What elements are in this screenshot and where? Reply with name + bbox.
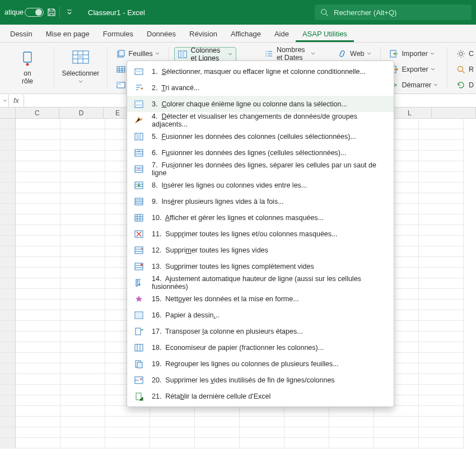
cell[interactable] xyxy=(374,406,419,417)
cell[interactable] xyxy=(419,374,464,385)
save-icon[interactable] xyxy=(47,8,56,17)
nombres-dates-button[interactable]: Nombres et Dates xyxy=(261,47,319,60)
cell[interactable] xyxy=(419,204,464,214)
cell[interactable] xyxy=(150,406,195,417)
menu-item-12[interactable]: 12. Supprimer toutes les lignes vides xyxy=(127,242,394,258)
cell[interactable] xyxy=(195,427,240,438)
options-c-button[interactable]: C xyxy=(453,47,474,60)
col-header[interactable] xyxy=(432,108,476,118)
cell[interactable] xyxy=(419,183,464,193)
row-header[interactable] xyxy=(0,374,16,385)
row-header[interactable] xyxy=(0,214,16,225)
cell[interactable] xyxy=(60,129,105,140)
row-header[interactable] xyxy=(0,268,16,278)
feuilles-button[interactable]: Feuilles xyxy=(113,47,163,60)
row-header[interactable] xyxy=(0,321,16,331)
cell[interactable] xyxy=(16,119,60,129)
cell[interactable] xyxy=(60,225,105,236)
cell[interactable] xyxy=(419,363,464,374)
menu-item-11[interactable]: 11. Supprimer toutes les lignes et/ou co… xyxy=(127,226,394,242)
cell[interactable] xyxy=(16,257,60,268)
qat-dropdown-icon[interactable] xyxy=(67,10,72,15)
cell[interactable] xyxy=(240,427,284,438)
cell[interactable] xyxy=(16,268,60,278)
cell[interactable] xyxy=(240,417,284,427)
menu-item-1[interactable]: 1. Sélectionner, masquer ou effacer lign… xyxy=(127,63,394,80)
cell[interactable] xyxy=(419,300,464,310)
cell[interactable] xyxy=(16,417,60,427)
row-header[interactable] xyxy=(0,427,16,438)
cell[interactable] xyxy=(60,278,105,289)
cell[interactable] xyxy=(60,257,105,268)
web-button[interactable]: Web xyxy=(334,47,374,60)
menu-item-21[interactable]: 21. Rétablir la dernière cellule d'Excel xyxy=(127,388,394,404)
cell[interactable] xyxy=(16,438,60,448)
cell[interactable] xyxy=(16,183,60,193)
cell[interactable] xyxy=(195,417,240,427)
menu-item-15[interactable]: 15. Nettoyer les données et la mise en f… xyxy=(127,291,394,307)
cell[interactable] xyxy=(16,395,60,406)
cell[interactable] xyxy=(284,438,329,448)
refresh-d-button[interactable]: D xyxy=(453,78,474,92)
exporter-button[interactable]: Exporter xyxy=(386,63,441,76)
cell[interactable] xyxy=(60,161,105,172)
menu-item-6[interactable]: 6. Fusionner les données des lignes (cel… xyxy=(127,144,394,161)
cell[interactable] xyxy=(419,417,464,427)
row-header[interactable] xyxy=(0,289,16,300)
cell[interactable] xyxy=(16,246,60,257)
cell[interactable] xyxy=(150,427,195,438)
cell[interactable] xyxy=(240,438,284,448)
cell[interactable] xyxy=(60,246,105,257)
cell[interactable] xyxy=(60,183,105,193)
cell[interactable] xyxy=(16,278,60,289)
row-header[interactable] xyxy=(0,406,16,417)
cell[interactable] xyxy=(16,353,60,363)
menu-item-10[interactable]: 10. Afficher et gérer les lignes et colo… xyxy=(127,209,394,226)
tab-aide[interactable]: Aide xyxy=(268,26,296,42)
row-header[interactable] xyxy=(0,183,16,193)
cell[interactable] xyxy=(16,300,60,310)
colonnes-lignes-dropdown[interactable]: Colonnes et Lignes xyxy=(174,47,236,62)
menu-item-8[interactable]: 8. Insérer les lignes ou colonnes vides … xyxy=(127,177,394,193)
cell[interactable] xyxy=(60,353,105,363)
cell[interactable] xyxy=(60,331,105,342)
row-header[interactable] xyxy=(0,193,16,204)
cell[interactable] xyxy=(60,395,105,406)
cell[interactable] xyxy=(419,129,464,140)
autosave-toggle[interactable] xyxy=(25,8,44,17)
cell[interactable] xyxy=(60,172,105,183)
row-header[interactable] xyxy=(0,395,16,406)
cell[interactable] xyxy=(105,417,150,427)
row-header[interactable] xyxy=(0,140,16,151)
col-header[interactable] xyxy=(0,108,16,118)
cell[interactable] xyxy=(16,225,60,236)
search-input[interactable]: Rechercher (Alt+Q) xyxy=(315,4,472,20)
macro-button-partial[interactable]: onrôle xyxy=(7,47,48,90)
cell[interactable] xyxy=(419,289,464,300)
row-header[interactable] xyxy=(0,278,16,289)
cell[interactable] xyxy=(60,204,105,214)
cell[interactable] xyxy=(195,406,240,417)
cell[interactable] xyxy=(60,151,105,161)
cell[interactable] xyxy=(60,417,105,427)
row-header[interactable] xyxy=(0,236,16,246)
menu-item-5[interactable]: 5. Fusionner les données des colonnes (c… xyxy=(127,128,394,144)
row-header[interactable] xyxy=(0,151,16,161)
cell[interactable] xyxy=(16,363,60,374)
cell[interactable] xyxy=(60,300,105,310)
cell[interactable] xyxy=(419,321,464,331)
cell[interactable] xyxy=(105,406,150,417)
cell[interactable] xyxy=(16,193,60,204)
menu-item-16[interactable]: 16. Papier à dessin... xyxy=(127,307,394,323)
importer-button[interactable]: Importer xyxy=(386,47,441,60)
menu-item-3[interactable]: 3. Colorer chaque énième ligne ou colonn… xyxy=(127,96,394,112)
cell[interactable] xyxy=(329,438,374,448)
cell[interactable] xyxy=(60,236,105,246)
cell[interactable] xyxy=(419,151,464,161)
cell[interactable] xyxy=(16,374,60,385)
tab-asap-utilities[interactable]: ASAP Utilities xyxy=(296,26,354,42)
cell[interactable] xyxy=(16,427,60,438)
cell[interactable] xyxy=(419,342,464,353)
menu-item-14[interactable]: 14. Ajustement automatique hauteur de li… xyxy=(127,274,394,291)
cell[interactable] xyxy=(419,246,464,257)
